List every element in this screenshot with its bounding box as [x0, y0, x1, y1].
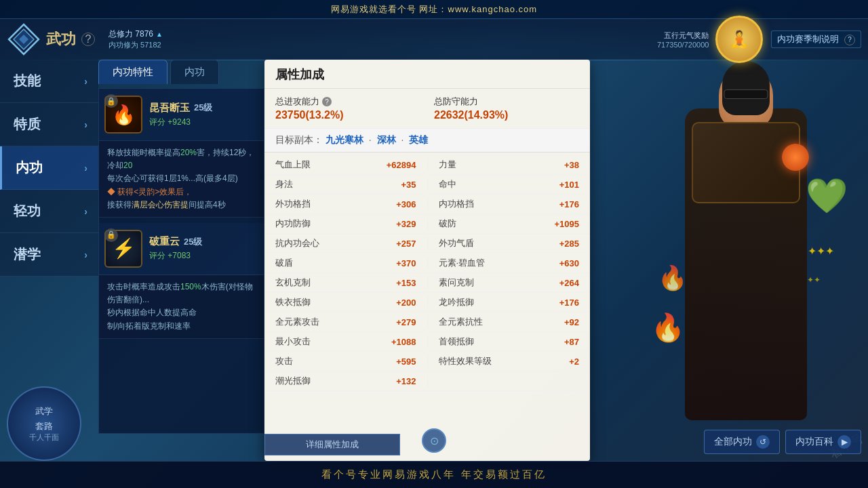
attr-name-left-0: 气血上限	[275, 159, 311, 171]
attr-val-left-8: +279	[396, 317, 416, 327]
sidebar-item-qx[interactable]: 潜学 ›	[0, 233, 98, 277]
tab-neigong[interactable]: 内功	[170, 60, 219, 84]
attr-row-3: 内功防御+329破防+1095	[264, 214, 590, 234]
attr-val-left-9: +1088	[391, 337, 416, 347]
target-dot-2: ·	[401, 134, 403, 145]
attr-name-left-10: 攻击	[275, 355, 293, 367]
attr-row-0: 气血上限+62894力量+38	[264, 155, 590, 175]
attr-name-right-5: 元素·碧血管	[439, 257, 486, 269]
skill-special-1: ◆ 获得<灵韵>效果后，	[107, 187, 192, 197]
sidebar-item-qg[interactable]: 轻功 ›	[0, 190, 98, 233]
header-right: 五行元气奖励 717350/720000 🧘 内功赛季制说明 ?	[657, 16, 861, 63]
tabs-row: 内功特性 内功	[98, 60, 222, 84]
skill-score-val-1: +9243	[167, 117, 191, 127]
tab-neigong-tixing[interactable]: 内功特性	[98, 60, 167, 84]
detail-attr-label: 详细属性加成	[306, 439, 359, 451]
attr-row-7: 铁衣抵御+200龙吟抵御+176	[264, 293, 590, 312]
attr-name-right-9: 首领抵御	[439, 336, 474, 348]
sidebar-label-jn: 技能	[14, 72, 41, 90]
skill-item-2[interactable]: 🔒 ⚡ 破重云 25级 评分 +7083 攻击时概率造成攻击150%木伤害(对怪…	[99, 223, 264, 339]
wuxing-circle[interactable]: 🧘	[715, 16, 763, 63]
wuxue-subtitle2: 千人千面	[29, 432, 59, 443]
attr-val-left-4: +257	[396, 239, 416, 249]
attr-col-right-4: 外功气盾+285	[427, 237, 580, 249]
skill-info-2: 破重云 25级 评分 +7083	[149, 235, 258, 262]
lock-icon-2: 🔒	[104, 228, 118, 242]
sidebar-label-ng: 内功	[16, 159, 43, 177]
attr-name-left-4: 抗内功会心	[275, 237, 319, 249]
attr-col-left-5: 破盾+370	[275, 257, 427, 269]
attr-val-right-7: +176	[559, 298, 579, 308]
season-btn[interactable]: 内功赛季制说明 ?	[771, 30, 861, 48]
attr-name-right-1: 命中	[439, 178, 456, 190]
skill-name-text-1: 昆吾断玉	[149, 102, 190, 115]
sidebar-label-tz: 特质	[14, 115, 41, 134]
attr-col-right-7: 龙吟抵御+176	[427, 296, 580, 308]
total-attack-q-icon[interactable]: ?	[322, 97, 332, 106]
attr-val-right-0: +38	[564, 160, 579, 170]
attr-col-left-1: 身法+35	[275, 178, 427, 190]
skill-info-1: 昆吾断玉 25级 评分 +9243	[149, 102, 258, 128]
power-arrow: ▲	[156, 30, 163, 38]
attr-name-right-0: 力量	[439, 159, 456, 171]
skill-highlight-1: 20%	[180, 148, 197, 157]
skill-desc-text-1e: 间提高4秒	[189, 200, 226, 209]
attr-val-right-3: +1095	[554, 219, 579, 229]
skill-row-2[interactable]: 🔒 ⚡ 破重云 25级 评分 +7083	[99, 223, 264, 275]
attr-target: 目标副本： 九光寒林 · 深林 · 英雄	[264, 129, 590, 152]
attr-val-left-1: +35	[401, 180, 416, 190]
attr-col-left-11: 潮光抵御+132	[275, 375, 427, 387]
attr-name-right-6: 素问克制	[439, 277, 474, 289]
sidebar-arrow-qx: ›	[84, 249, 87, 260]
sidebar-item-ng[interactable]: 内功 ›	[0, 146, 98, 190]
skill-item-1[interactable]: 🔒 🔥 昆吾断玉 25级 评分 +9243 释放技能时概率提高20%害，持续12…	[99, 89, 264, 218]
attr-val-right-1: +101	[559, 180, 579, 190]
sidebar: 技能 › 特质 › 内功 › 轻功 › 潜学 ›	[0, 60, 98, 277]
scroll-circle[interactable]: ⊙	[422, 428, 446, 453]
attr-col-right-9: 首领抵御+87	[427, 336, 580, 348]
skill-desc-2: 攻击时概率造成攻击150%木伤害(对怪物伤害翻倍)... 秒内根据命中人数提高命…	[99, 275, 264, 339]
skill-row-1[interactable]: 🔒 🔥 昆吾断玉 25级 评分 +9243	[99, 89, 264, 141]
total-power-label: 总修力 7876	[108, 28, 153, 40]
attr-col-left-0: 气血上限+62894	[275, 159, 427, 171]
skill-level-1: 25级	[194, 102, 212, 114]
sidebar-item-jn[interactable]: 技能 ›	[0, 60, 98, 103]
skill-desc-text-1c: 每次会心可获得1层1%...高(最多4层)	[107, 174, 238, 183]
attr-panel: 属性加成 总进攻能力 ? 23750(13.2%) 总防守能力 22632(14…	[264, 60, 590, 461]
header-question[interactable]: ?	[81, 33, 95, 46]
attr-name-left-8: 全元素攻击	[275, 316, 319, 328]
attr-name-left-11: 潮光抵御	[275, 375, 311, 387]
attr-val-right-4: +285	[559, 239, 579, 249]
attr-row-2: 外功格挡+306内功格挡+176	[264, 195, 590, 214]
attr-val-left-2: +306	[396, 199, 416, 209]
skill-desc-text-2: 攻击时概率造成攻击	[107, 282, 180, 291]
attr-name-right-7: 龙吟抵御	[439, 296, 474, 308]
skill-name-text-2: 破重云	[149, 235, 180, 248]
attr-val-right-10: +2	[569, 357, 579, 367]
sidebar-item-tz[interactable]: 特质 ›	[0, 103, 98, 146]
attr-row-10: 攻击+595特性效果等级+2	[264, 352, 590, 371]
target-dungeon-1: 九光寒林	[326, 134, 363, 145]
attr-col-left-9: 最小攻击+1088	[275, 336, 427, 348]
wuxing-reward-area: 五行元气奖励 717350/720000 🧘	[657, 16, 763, 63]
neigong-wiki-icon: ▶	[837, 435, 851, 449]
attr-col-right-2: 内功格挡+176	[427, 198, 580, 210]
attr-name-left-1: 身法	[275, 178, 293, 190]
wuxing-info: 五行元气奖励 717350/720000	[657, 30, 709, 49]
attr-val-right-5: +630	[559, 258, 579, 268]
attr-name-left-5: 破盾	[275, 257, 293, 269]
all-neigong-btn[interactable]: 全部内功 ↺	[704, 430, 780, 454]
wuxing-label: 五行元气奖励	[657, 30, 709, 41]
neigong-wiki-btn[interactable]: 内功百科 ▶	[785, 430, 861, 454]
attr-total-defense: 总防守能力 22632(14.93%)	[434, 96, 579, 121]
attr-val-left-10: +595	[396, 357, 416, 367]
attr-name-left-6: 玄机克制	[275, 277, 311, 289]
wuxue-badge[interactable]: 武学 套路 千人千面	[7, 386, 81, 461]
attr-val-left-3: +329	[396, 219, 416, 229]
total-defense-label-text: 总防守能力	[434, 96, 478, 108]
total-defense-label: 总防守能力	[434, 96, 579, 108]
detail-attr-btn[interactable]: 详细属性加成	[264, 434, 400, 455]
attr-name-right-10: 特性效果等级	[439, 355, 492, 367]
sidebar-label-qx: 潜学	[14, 245, 41, 264]
attr-col-right-0: 力量+38	[427, 159, 580, 171]
